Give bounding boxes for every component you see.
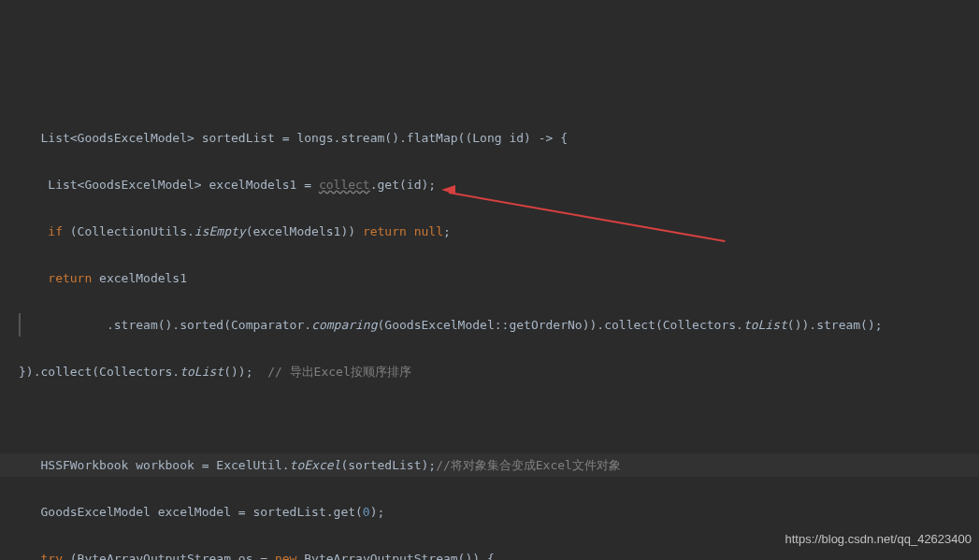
code-editor[interactable]: List<GoodsExcelModel> sortedList = longs…: [0, 93, 979, 560]
highlighted-code-line: HSSFWorkbook workbook = ExcelUtil.toExce…: [0, 453, 979, 477]
code-line: List<GoodsExcelModel> excelModels1 = col…: [19, 173, 979, 196]
code-line: if (CollectionUtils.isEmpty(excelModels1…: [19, 220, 979, 243]
arrow-head-icon: [441, 185, 455, 194]
code-line: }).collect(Collectors.toList()); // 导出Ex…: [19, 360, 979, 383]
code-line: GoodsExcelModel excelModel = sortedList.…: [19, 500, 979, 524]
code-line: List<GoodsExcelModel> sortedList = longs…: [19, 126, 979, 150]
code-line: [19, 407, 979, 430]
code-line: return excelModels1: [19, 266, 979, 290]
code-line: .stream().sorted(Comparator.comparing(Go…: [19, 313, 979, 337]
watermark-text: https://blog.csdn.net/qq_42623400: [785, 527, 972, 551]
